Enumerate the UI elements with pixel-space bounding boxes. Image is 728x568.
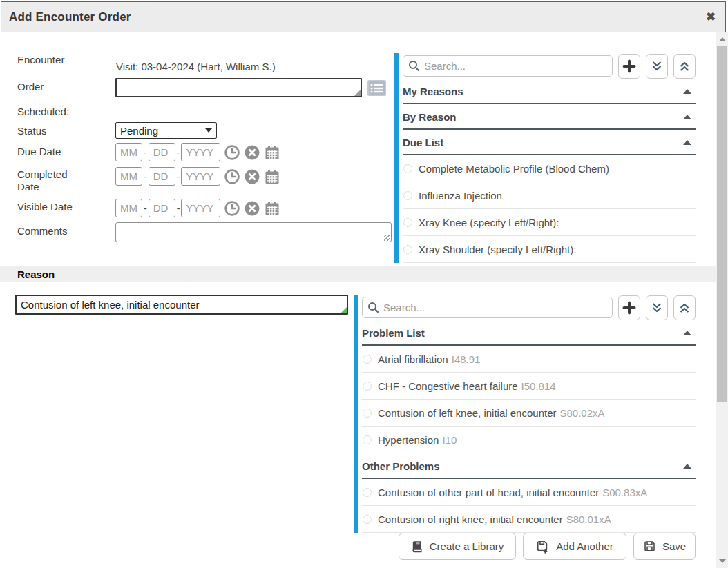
clear-date-icon[interactable] bbox=[244, 144, 260, 161]
radio-icon[interactable] bbox=[363, 515, 372, 524]
comments-field-wrap bbox=[115, 222, 392, 242]
close-button[interactable]: ✖ bbox=[696, 2, 725, 32]
radio-icon[interactable] bbox=[363, 409, 372, 418]
order-list-picker-button[interactable] bbox=[367, 79, 387, 97]
visible-date-row: - - bbox=[115, 199, 280, 217]
radio-icon[interactable] bbox=[403, 191, 412, 200]
expand-all-button[interactable] bbox=[646, 54, 668, 79]
clock-icon[interactable] bbox=[224, 144, 240, 161]
plus-icon bbox=[622, 301, 636, 315]
completed-year-input[interactable] bbox=[181, 167, 220, 186]
collapse-caret-icon[interactable] bbox=[683, 331, 691, 335]
problem-list-item[interactable]: Contusion of left knee, initial encounte… bbox=[362, 400, 696, 427]
due-month-input[interactable] bbox=[115, 143, 142, 161]
problem-list-item[interactable]: Hypertension I10 bbox=[362, 427, 696, 453]
collapse-all-button[interactable] bbox=[673, 54, 696, 79]
problems-panel: Problem List Atrial fibrillation I48.91 … bbox=[354, 295, 696, 533]
problem-list-item[interactable]: Contusion of right knee, initial encount… bbox=[362, 506, 696, 533]
item-label: Xray Shoulder (specify Left/Right): bbox=[419, 244, 576, 255]
status-field-wrap: Pending bbox=[115, 122, 217, 139]
collapse-caret-icon[interactable] bbox=[683, 140, 691, 145]
radio-icon[interactable] bbox=[403, 164, 412, 173]
dialog-header: Add Encounter Order ✖ bbox=[1, 1, 726, 32]
due-list-item[interactable]: Xray Shoulder (specify Left/Right): bbox=[403, 236, 696, 263]
scroll-down-icon[interactable] bbox=[719, 559, 726, 563]
status-select[interactable]: Pending bbox=[115, 122, 217, 139]
encounter-value: Visit: 03-04-2024 (Hart, William S.) bbox=[116, 61, 276, 72]
vertical-scrollbar[interactable] bbox=[716, 32, 728, 568]
order-input[interactable] bbox=[115, 78, 362, 97]
collapse-caret-icon[interactable] bbox=[683, 89, 691, 94]
due-year-input[interactable] bbox=[181, 143, 220, 161]
visible-month-input[interactable] bbox=[115, 199, 142, 217]
add-another-button[interactable]: Add Another bbox=[523, 533, 626, 560]
problem-name: CHF - Congestive heart failure bbox=[378, 380, 518, 392]
add-reason-button[interactable] bbox=[618, 54, 640, 79]
due-date-label: Due Date bbox=[17, 146, 61, 157]
resize-handle-icon[interactable] bbox=[384, 235, 390, 241]
visible-day-input[interactable] bbox=[149, 199, 175, 217]
other-problems-section-header[interactable]: Other Problems bbox=[362, 453, 696, 479]
problem-list-section-header[interactable]: Problem List bbox=[362, 320, 696, 346]
radio-icon[interactable] bbox=[363, 382, 372, 391]
comments-textarea[interactable] bbox=[115, 222, 392, 242]
problem-list-item[interactable]: Contusion of other part of head, initial… bbox=[362, 479, 696, 506]
clock-icon[interactable] bbox=[224, 200, 240, 217]
dialog-title: Add Encounter Order bbox=[1, 10, 131, 24]
completed-day-input[interactable] bbox=[149, 167, 175, 186]
problem-list-item[interactable]: CHF - Congestive heart failure I50.814 bbox=[362, 373, 696, 400]
calendar-icon[interactable] bbox=[264, 168, 280, 185]
calendar-icon[interactable] bbox=[264, 200, 280, 217]
problem-list-item[interactable]: Atrial fibrillation I48.91 bbox=[362, 346, 696, 373]
radio-icon[interactable] bbox=[403, 245, 412, 254]
due-day-input[interactable] bbox=[149, 143, 175, 161]
reasons-search-input[interactable] bbox=[403, 55, 613, 77]
due-list-item[interactable]: Complete Metabolic Profile (Blood Chem) bbox=[403, 155, 696, 182]
due-list-item[interactable]: Xray Knee (specify Left/Right): bbox=[403, 209, 696, 236]
problem-code: I50.814 bbox=[521, 380, 556, 392]
create-library-button[interactable]: Create a Library bbox=[399, 533, 516, 560]
reason-input[interactable] bbox=[15, 295, 348, 315]
section-title: My Reasons bbox=[403, 86, 463, 97]
item-label: Xray Knee (specify Left/Right): bbox=[419, 217, 559, 228]
problems-search-input[interactable] bbox=[362, 297, 613, 318]
add-problem-button[interactable] bbox=[618, 295, 640, 320]
collapse-caret-icon[interactable] bbox=[683, 464, 691, 469]
due-list-item[interactable]: Influenza Injection bbox=[403, 182, 696, 209]
button-label: Create a Library bbox=[430, 540, 504, 552]
footer-actions: Create a Library Add Another Save bbox=[399, 533, 696, 560]
book-icon bbox=[411, 540, 423, 553]
problem-name: Contusion of left knee, initial encounte… bbox=[378, 407, 557, 419]
reason-field-wrap bbox=[15, 295, 348, 315]
completed-date-label: Completed Date bbox=[17, 168, 81, 193]
clock-icon[interactable] bbox=[224, 168, 240, 185]
visible-year-input[interactable] bbox=[181, 199, 220, 217]
save-button[interactable]: Save bbox=[633, 533, 696, 560]
resize-handle-icon[interactable] bbox=[354, 90, 361, 96]
due-list-section-header[interactable]: Due List bbox=[403, 130, 696, 155]
problem-name: Contusion of right knee, initial encount… bbox=[378, 513, 563, 525]
scrollbar-thumb[interactable] bbox=[717, 46, 727, 402]
comments-label: Comments bbox=[17, 225, 68, 237]
radio-icon[interactable] bbox=[403, 218, 412, 227]
completed-month-input[interactable] bbox=[115, 167, 142, 186]
reason-section-header: Reason bbox=[0, 266, 716, 282]
scroll-up-icon[interactable] bbox=[719, 37, 726, 41]
radio-icon[interactable] bbox=[363, 488, 372, 497]
expand-all-button[interactable] bbox=[646, 295, 668, 320]
my-reasons-section-header[interactable]: My Reasons bbox=[403, 79, 696, 104]
completed-date-row: - - bbox=[115, 167, 280, 186]
clear-date-icon[interactable] bbox=[244, 168, 260, 185]
by-reason-section-header[interactable]: By Reason bbox=[403, 104, 696, 130]
collapse-all-button[interactable] bbox=[673, 295, 696, 320]
close-icon: ✖ bbox=[706, 10, 716, 24]
collapse-caret-icon[interactable] bbox=[683, 115, 691, 119]
section-title: By Reason bbox=[403, 111, 457, 123]
radio-icon[interactable] bbox=[363, 355, 372, 364]
clear-date-icon[interactable] bbox=[244, 200, 260, 217]
resize-handle-icon[interactable] bbox=[341, 307, 347, 313]
problem-code: S80.01xA bbox=[566, 513, 611, 525]
calendar-icon[interactable] bbox=[264, 144, 280, 161]
status-label: Status bbox=[17, 125, 47, 137]
radio-icon[interactable] bbox=[363, 435, 372, 444]
